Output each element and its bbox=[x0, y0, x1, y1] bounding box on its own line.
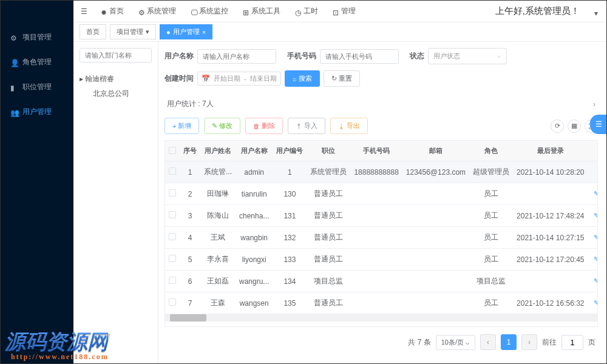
table-header: 邮箱 bbox=[402, 141, 469, 161]
user-icon: 👤 bbox=[10, 59, 18, 66]
filter-form: 用户名称 手机号码 状态用户状态 ⌵ 创建时间 📅开始日期 - 结束日期 ⌕搜索… bbox=[164, 48, 598, 87]
topnav-home[interactable]: ✹首页 bbox=[95, 6, 130, 16]
search-button[interactable]: ⌕搜索 bbox=[285, 70, 320, 87]
table-header: 职位 bbox=[307, 141, 350, 161]
table-header: 用户编号 bbox=[273, 141, 307, 161]
username-input[interactable] bbox=[197, 49, 276, 64]
topnav-sysmgmt[interactable]: ⚙系统管理 bbox=[132, 6, 182, 16]
edit-button[interactable]: ✎ 修改 bbox=[204, 118, 240, 134]
dept-search-input[interactable] bbox=[80, 48, 152, 62]
row-edit[interactable]: ✎ 修改 bbox=[594, 299, 599, 306]
table-row: 5李永喜liyongxi133普通员工员工2021-10-12 17:20:45… bbox=[165, 249, 598, 271]
row-checkbox[interactable] bbox=[169, 211, 176, 218]
collapse-toggle[interactable]: › bbox=[593, 100, 595, 109]
phone-label: 手机号码 bbox=[287, 51, 316, 61]
greeting: 上午好,系统管理员！ bbox=[495, 5, 592, 17]
next-page-button[interactable]: › bbox=[521, 334, 537, 350]
topnav-systool[interactable]: ⊞系统工具 bbox=[237, 6, 287, 16]
table-header: 用户名称 bbox=[236, 141, 273, 161]
tab-home[interactable]: 首页 bbox=[80, 24, 106, 39]
refresh-icon-button[interactable]: ⟳ bbox=[551, 120, 564, 133]
monitor-icon: 🖵 bbox=[191, 8, 197, 15]
row-edit[interactable]: ✎ 修改 bbox=[594, 234, 599, 241]
sidebar-item-label: 角色管理 bbox=[22, 57, 52, 67]
import-button[interactable]: ⭱ 导入 bbox=[288, 118, 325, 134]
page-size-select[interactable]: 10条/页 ⌵ bbox=[436, 335, 475, 350]
table-header: 手机号码 bbox=[350, 141, 402, 161]
briefcase-icon: ▮ bbox=[10, 84, 18, 91]
chevron-down-icon: ⌵ bbox=[497, 52, 501, 59]
table-row: 6王如磊wangru...134项目总监项目总监✎ 修改🗑 删除›更多 bbox=[165, 271, 598, 292]
page-suffix: 页 bbox=[588, 337, 595, 348]
tab-user[interactable]: ● 用户管理 × bbox=[160, 24, 212, 39]
reset-button[interactable]: ↻重置 bbox=[324, 70, 360, 87]
topnav-mgmt[interactable]: ⊡管理 bbox=[327, 6, 362, 16]
status-select[interactable]: 用户状态 ⌵ bbox=[428, 48, 507, 64]
topnav-sysmon[interactable]: 🖵系统监控 bbox=[185, 6, 234, 16]
sidebar-item-role[interactable]: 👤角色管理 bbox=[1, 50, 73, 75]
add-button[interactable]: + 新增 bbox=[164, 118, 199, 134]
sidebar-item-user[interactable]: 👥用户管理 bbox=[1, 99, 73, 124]
tab-project[interactable]: 项目管理▾ bbox=[110, 24, 156, 39]
search-icon: ⌕ bbox=[293, 75, 297, 83]
tool-icon: ⊞ bbox=[243, 8, 249, 15]
sidebar-item-label: 项目管理 bbox=[22, 32, 52, 42]
tree-child[interactable]: 北京总公司 bbox=[80, 89, 152, 99]
delete-button[interactable]: 🗑 删除 bbox=[245, 118, 283, 134]
close-icon[interactable]: × bbox=[202, 29, 206, 36]
goto-page-input[interactable] bbox=[561, 335, 583, 350]
sidebar-item-project[interactable]: ⚙项目管理 bbox=[1, 25, 73, 50]
gear-icon: ⚙ bbox=[138, 8, 144, 15]
row-checkbox[interactable] bbox=[169, 298, 176, 306]
horizontal-scrollbar[interactable] bbox=[165, 314, 597, 322]
goto-label: 前往 bbox=[542, 337, 557, 348]
select-all-checkbox[interactable] bbox=[169, 147, 176, 154]
row-edit[interactable]: ✎ 修改 bbox=[594, 190, 599, 197]
status-label: 状态 bbox=[410, 51, 424, 61]
hamburger-icon[interactable]: ☰ bbox=[81, 7, 87, 16]
cube-icon: ⊡ bbox=[333, 8, 339, 15]
user-dropdown[interactable]: ▾ bbox=[594, 9, 599, 14]
sidebar: ⚙项目管理 👤角色管理 ▮职位管理 👥用户管理 bbox=[1, 1, 73, 363]
row-checkbox[interactable] bbox=[169, 167, 176, 175]
export-button[interactable]: ⭳ 导出 bbox=[330, 118, 368, 134]
pagination: 共 7 条 10条/页 ⌵ ‹ 1 › 前往 页 bbox=[164, 327, 598, 357]
calendar-icon: 📅 bbox=[202, 75, 210, 83]
date-range-picker[interactable]: 📅开始日期 - 结束日期 bbox=[197, 72, 281, 86]
prev-page-button[interactable]: ‹ bbox=[480, 334, 496, 350]
tree-root[interactable]: ▸ 翰迪楷睿 bbox=[80, 72, 152, 86]
table-header: 角色 bbox=[469, 141, 513, 161]
toolbar: + 新增 ✎ 修改 🗑 删除 ⭱ 导入 ⭳ 导出 ⟳ ▦ ⛶ bbox=[164, 118, 598, 134]
row-checkbox[interactable] bbox=[169, 233, 176, 240]
table-row: 1系统管...admin1系统管理员18888888888123456@123.… bbox=[165, 161, 598, 183]
dropdown-icon: ▾ bbox=[146, 28, 149, 36]
row-edit[interactable]: ✎ 修改 bbox=[594, 212, 599, 219]
row-edit[interactable]: ✎ 修改 bbox=[594, 277, 599, 285]
table-row: 3陈海山chenha...131普通员工员工2021-10-12 17:48:2… bbox=[165, 205, 598, 227]
table-row: 4王斌wangbin132普通员工员工2021-10-14 10:27:15✎ … bbox=[165, 227, 598, 249]
row-checkbox[interactable] bbox=[169, 277, 176, 284]
page-1-button[interactable]: 1 bbox=[501, 334, 517, 350]
pagination-total: 共 7 条 bbox=[408, 337, 430, 348]
sidebar-item-position[interactable]: ▮职位管理 bbox=[1, 75, 73, 99]
table-header: 序号 bbox=[180, 141, 200, 161]
float-action-button[interactable]: ☰ bbox=[590, 115, 606, 134]
row-checkbox[interactable] bbox=[169, 255, 176, 262]
topbar: ☰ ✹首页 ⚙系统管理 🖵系统监控 ⊞系统工具 ◷工时 ⊡管理 上午好,系统管理… bbox=[73, 1, 606, 22]
columns-icon-button[interactable]: ▦ bbox=[568, 120, 581, 133]
clock-icon: ◷ bbox=[295, 8, 301, 15]
table-header: 最后登录 bbox=[513, 141, 588, 161]
tabsbar: 首页 项目管理▾ ● 用户管理 × bbox=[73, 22, 606, 42]
gear-icon: ⚙ bbox=[10, 34, 18, 41]
row-checkbox[interactable] bbox=[169, 189, 176, 197]
dashboard-icon: ✹ bbox=[101, 8, 107, 15]
table-header: 用户姓名 bbox=[200, 141, 236, 161]
row-edit[interactable]: ✎ 修改 bbox=[594, 255, 599, 263]
sidebar-item-label: 用户管理 bbox=[22, 107, 52, 117]
table-row: 2田珈琳tianrulin130普通员工员工✎ 修改🗑 删除›更多 bbox=[165, 183, 598, 205]
topnav-hours[interactable]: ◷工时 bbox=[289, 6, 324, 16]
users-icon: 👥 bbox=[10, 109, 18, 116]
refresh-icon: ↻ bbox=[331, 75, 337, 83]
phone-input[interactable] bbox=[320, 49, 399, 64]
created-label: 创建时间 bbox=[164, 73, 194, 84]
